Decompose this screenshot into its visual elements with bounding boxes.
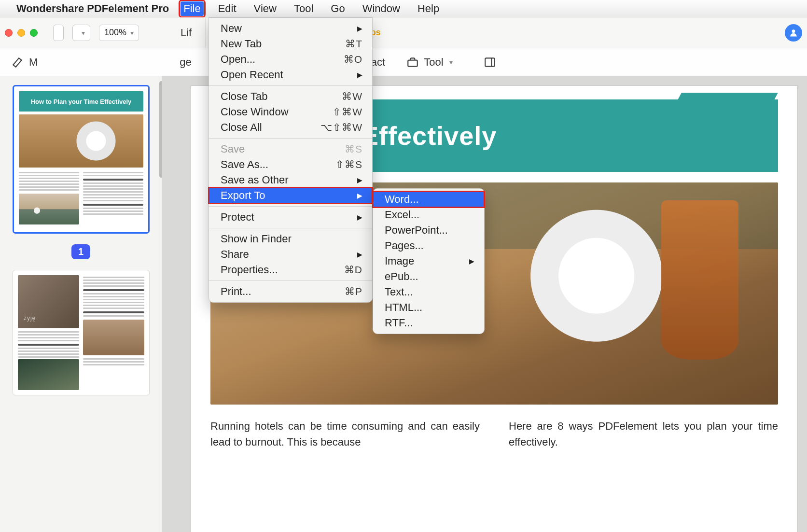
menu-item-label: Properties... — [221, 264, 278, 276]
zoom-window-icon[interactable] — [30, 29, 38, 37]
menu-separator — [209, 206, 372, 207]
file-menu-item-share[interactable]: Share▶ — [209, 247, 372, 262]
menu-item-label: HTML... — [385, 301, 422, 314]
menubar-help[interactable]: Help — [415, 1, 442, 16]
export-item-pages[interactable]: Pages... — [373, 238, 484, 253]
doc-body: Running hotels can be time consuming and… — [210, 418, 778, 450]
export-item-word[interactable]: Word... — [373, 192, 484, 207]
menu-item-label: Open... — [221, 53, 255, 66]
sidebar-toggle-button[interactable]: ▾ — [72, 25, 90, 41]
close-window-icon[interactable] — [5, 29, 13, 37]
menu-item-label: Print... — [221, 285, 251, 298]
menu-item-label: Close Tab — [221, 90, 267, 103]
file-menu-item-new[interactable]: New▶ — [209, 21, 372, 36]
tool-menu[interactable]: Tool ▾ — [406, 56, 452, 69]
export-item-powerpoint[interactable]: PowerPoint... — [373, 223, 484, 238]
submenu-arrow-icon: ▶ — [357, 213, 362, 221]
file-menu-item-close-all[interactable]: Close All⌥⇧⌘W — [209, 120, 372, 135]
submenu-arrow-icon: ▶ — [357, 25, 362, 32]
export-item-rtf[interactable]: RTF... — [373, 315, 484, 331]
chevron-down-icon: ▾ — [82, 29, 85, 37]
menu-separator — [209, 138, 372, 139]
menu-item-label: Save — [221, 143, 245, 155]
export-item-html[interactable]: HTML... — [373, 300, 484, 315]
export-to-submenu[interactable]: Word...Excel...PowerPoint...Pages...Imag… — [373, 188, 485, 334]
menu-item-label: Close Window — [221, 106, 289, 118]
thumbnail-sidebar[interactable]: How to Plan your Time Effectively 1 — [0, 76, 162, 532]
export-item-epub[interactable]: ePub... — [373, 269, 484, 284]
page-thumbnail-2[interactable] — [13, 270, 150, 395]
submenu-arrow-icon: ▶ — [357, 251, 362, 258]
svg-point-6 — [792, 29, 795, 33]
file-menu-item-properties[interactable]: Properties...⌘D — [209, 262, 372, 278]
tool-label: M — [29, 56, 38, 69]
menu-item-label: Show in Finder — [221, 233, 292, 245]
menu-item-label: Save As... — [221, 158, 268, 171]
page-thumbnail-1[interactable]: How to Plan your Time Effectively — [13, 85, 150, 234]
file-menu-item-new-tab[interactable]: New Tab⌘T — [209, 36, 372, 52]
menu-separator — [209, 280, 372, 281]
menubar-go[interactable]: Go — [328, 1, 348, 16]
file-menu[interactable]: New▶New Tab⌘TOpen...⌘OOpen Recent▶Close … — [209, 17, 373, 303]
menu-item-label: Image — [385, 255, 414, 267]
menu-item-label: Close All — [221, 121, 262, 134]
submenu-arrow-icon: ▶ — [357, 71, 362, 79]
chevron-down-icon: ▾ — [449, 58, 453, 66]
menu-separator — [209, 228, 372, 228]
markup-tool[interactable]: M — [12, 56, 38, 69]
tool-label: ge — [180, 56, 191, 69]
file-menu-item-protect[interactable]: Protect▶ — [209, 210, 372, 225]
file-menu-item-export-to[interactable]: Export To▶ — [209, 188, 372, 203]
chevron-down-icon: ▾ — [130, 29, 134, 37]
menu-item-label: Save as Other — [221, 174, 289, 186]
submenu-arrow-icon: ▶ — [357, 192, 362, 199]
menu-shortcut: ⌘T — [345, 38, 362, 50]
svg-rect-13 — [408, 60, 417, 66]
file-menu-item-save-as[interactable]: Save As...⇧⌘S — [209, 157, 372, 172]
file-menu-item-open[interactable]: Open...⌘O — [209, 52, 372, 67]
tab-doc-1[interactable]: Lif — [167, 17, 206, 48]
menubar-view[interactable]: View — [251, 1, 279, 16]
menu-item-label: Text... — [385, 286, 413, 298]
thumb-image — [18, 275, 79, 328]
menu-shortcut: ⌥⇧⌘W — [320, 122, 362, 133]
export-item-image[interactable]: Image▶ — [373, 253, 484, 269]
highlighter-icon — [12, 56, 24, 69]
file-menu-item-show-in-finder[interactable]: Show in Finder — [209, 231, 372, 247]
thumb-side-image — [19, 194, 79, 224]
toolbox-icon — [406, 56, 419, 69]
export-item-text[interactable]: Text... — [373, 284, 484, 300]
file-menu-item-save-as-other[interactable]: Save as Other▶ — [209, 172, 372, 188]
zoom-value: 100% — [104, 28, 126, 38]
menu-shortcut: ⌘D — [344, 264, 362, 276]
menubar-edit[interactable]: Edit — [215, 1, 239, 16]
tool-label: Tool — [424, 56, 443, 69]
thumb-image — [83, 320, 144, 355]
thumb-banner: How to Plan your Time Effectively — [19, 91, 143, 112]
menu-item-label: Word... — [385, 193, 419, 206]
file-menu-item-open-recent[interactable]: Open Recent▶ — [209, 67, 372, 83]
export-item-excel[interactable]: Excel... — [373, 207, 484, 223]
file-menu-item-print[interactable]: Print...⌘P — [209, 284, 372, 299]
doc-column-2: Here are 8 ways PDFelement lets you plan… — [509, 418, 778, 450]
menu-item-label: New — [221, 22, 242, 35]
svg-rect-14 — [485, 58, 495, 66]
file-menu-item-close-window[interactable]: Close Window⇧⌘W — [209, 104, 372, 120]
zoom-select[interactable]: 100% ▾ — [99, 25, 139, 41]
menu-item-label: Share — [221, 248, 249, 261]
window-toolbar: ▾ 100% ▾ Lif time plan ＋ 💡 Tips — [0, 17, 807, 48]
menubar-file[interactable]: File — [181, 1, 203, 16]
minimize-window-icon[interactable] — [17, 29, 25, 37]
account-avatar[interactable] — [785, 24, 802, 42]
menubar-tool[interactable]: Tool — [291, 1, 316, 16]
menu-shortcut: ⌘S — [345, 143, 362, 155]
panel-toggle[interactable] — [484, 56, 496, 69]
user-icon — [789, 28, 798, 38]
file-menu-item-close-tab[interactable]: Close Tab⌘W — [209, 89, 372, 104]
thumbnail-view-button[interactable] — [53, 25, 64, 41]
app-name: Wondershare PDFelement Pro — [16, 2, 169, 15]
page-tool-partial[interactable]: ge — [180, 56, 191, 69]
menubar-window[interactable]: Window — [360, 1, 403, 16]
menu-shortcut: ⌘W — [342, 91, 362, 102]
submenu-arrow-icon: ▶ — [469, 257, 474, 265]
